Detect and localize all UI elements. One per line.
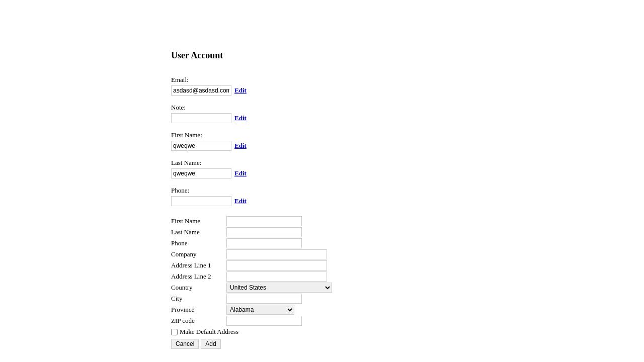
phone-edit-link[interactable]: Edit	[234, 197, 247, 205]
make-default-label: Make Default Address	[180, 328, 238, 336]
addr-zip-row: ZIP code	[171, 316, 473, 326]
make-default-checkbox[interactable]	[171, 329, 178, 335]
first-name-edit-link[interactable]: Edit	[234, 142, 247, 150]
addr-last-name-row: Last Name	[171, 227, 473, 237]
last-name-section: Last Name: Edit	[171, 159, 473, 178]
phone-input[interactable]	[171, 196, 231, 206]
addr-country-label: Country	[171, 284, 226, 292]
addr-first-name-input[interactable]	[226, 216, 302, 226]
note-label: Note:	[171, 104, 473, 112]
addr-address1-row: Address Line 1	[171, 260, 473, 270]
addr-address1-input[interactable]	[226, 260, 327, 270]
cancel-button[interactable]: Cancel	[171, 339, 199, 349]
note-edit-link[interactable]: Edit	[234, 114, 247, 122]
add-button[interactable]: Add	[201, 339, 220, 349]
addr-address1-label: Address Line 1	[171, 261, 226, 269]
addr-zip-label: ZIP code	[171, 317, 226, 325]
email-row: Edit	[171, 85, 473, 96]
last-name-input[interactable]	[171, 168, 231, 178]
email-section: Email: Edit	[171, 76, 473, 96]
addr-address2-input[interactable]	[226, 272, 327, 282]
first-name-input[interactable]	[171, 141, 231, 151]
email-input[interactable]	[171, 85, 231, 96]
phone-label: Phone:	[171, 187, 473, 195]
addr-phone-label: Phone	[171, 239, 226, 247]
addr-last-name-label: Last Name	[171, 228, 226, 236]
note-row: Edit	[171, 113, 473, 123]
addr-province-label: Province	[171, 306, 226, 314]
addr-address2-row: Address Line 2	[171, 272, 473, 282]
addr-company-row: Company	[171, 249, 473, 259]
last-name-row: Edit	[171, 168, 473, 178]
addr-phone-input[interactable]	[226, 238, 302, 248]
addr-company-label: Company	[171, 250, 226, 258]
addr-phone-row: Phone	[171, 238, 473, 248]
addr-province-row: Province Alabama Alaska Arizona Arkansas…	[171, 305, 473, 315]
phone-section: Phone: Edit	[171, 187, 473, 206]
form-buttons: Cancel Add	[171, 339, 473, 349]
addr-last-name-input[interactable]	[226, 227, 302, 237]
address-form: First Name Last Name Phone Company Addre…	[171, 216, 473, 349]
addr-address2-label: Address Line 2	[171, 273, 226, 281]
note-input[interactable]	[171, 113, 231, 123]
phone-row: Edit	[171, 196, 473, 206]
make-default-row: Make Default Address	[171, 328, 473, 336]
page-title: User Account	[171, 50, 473, 61]
addr-city-input[interactable]	[226, 294, 302, 304]
page-container: User Account Email: Edit Note: Edit Firs…	[161, 0, 483, 362]
last-name-label: Last Name:	[171, 159, 473, 167]
addr-province-select[interactable]: Alabama Alaska Arizona Arkansas Californ…	[226, 305, 294, 315]
email-label: Email:	[171, 76, 473, 84]
addr-city-row: City	[171, 294, 473, 304]
first-name-section: First Name: Edit	[171, 131, 473, 151]
addr-first-name-row: First Name	[171, 216, 473, 226]
addr-company-input[interactable]	[226, 249, 327, 259]
last-name-edit-link[interactable]: Edit	[234, 169, 247, 177]
first-name-label: First Name:	[171, 131, 473, 139]
addr-first-name-label: First Name	[171, 217, 226, 225]
addr-country-select[interactable]: United States Canada United Kingdom Aust…	[226, 283, 332, 293]
addr-zip-input[interactable]	[226, 316, 302, 326]
addr-country-row: Country United States Canada United King…	[171, 283, 473, 293]
email-edit-link[interactable]: Edit	[234, 86, 247, 95]
addr-city-label: City	[171, 295, 226, 303]
first-name-row: Edit	[171, 141, 473, 151]
note-section: Note: Edit	[171, 104, 473, 123]
